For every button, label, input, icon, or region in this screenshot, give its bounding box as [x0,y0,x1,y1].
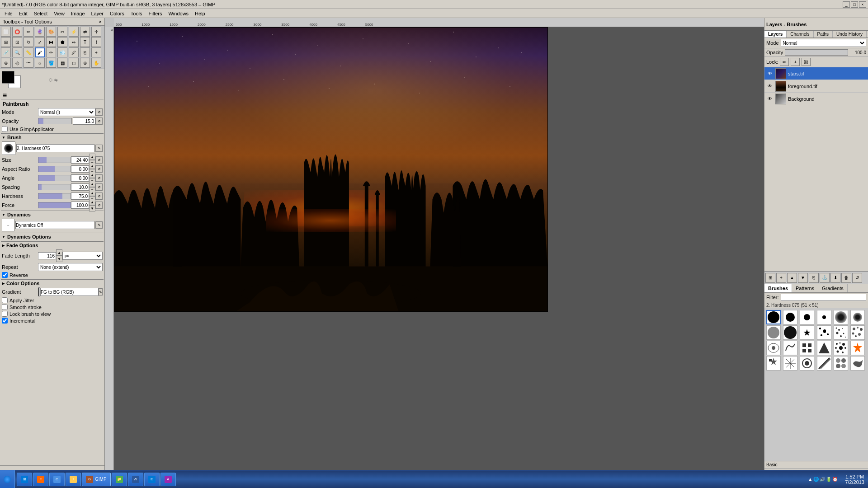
angle-slider[interactable] [38,175,71,181]
taskbar-app-word[interactable]: W [128,473,143,486]
tool-ink[interactable]: 🖊 [69,47,79,57]
brush-scatter3[interactable] [850,325,865,340]
force-slider[interactable] [38,202,71,208]
menu-image[interactable]: Image [68,10,88,17]
brush-hard-md[interactable] [783,310,797,324]
anchor-layer-btn[interactable]: ⚓ [820,273,830,283]
brush-scatter15[interactable] [850,356,865,371]
tab-brushes[interactable]: Brushes [764,284,792,292]
tool-options-close[interactable]: — [98,94,102,98]
fade-down[interactable]: ▼ [56,256,62,262]
taskbar-app-windows[interactable]: ⊞ [17,473,32,486]
tool-select-by-color[interactable]: 🎨 [46,27,56,37]
brush-scatter7[interactable] [817,341,831,355]
taskbar-app-explorer2[interactable]: E [144,473,160,486]
spacing-reset[interactable]: ↺ [95,183,103,191]
tool-pencil[interactable]: ✏ [46,47,56,57]
tool-perspective[interactable]: ⬟ [57,37,67,47]
tool-eraser[interactable]: ◻ [69,58,79,68]
taskbar-app-explorer1[interactable]: 📁 [112,473,127,486]
tool-color-picker[interactable]: 💉 [1,47,11,57]
lock-brush-checkbox[interactable] [2,311,8,317]
new-layer-group-btn[interactable]: ⊞ [765,273,775,283]
brush-filter-input[interactable] [781,294,867,301]
force-down[interactable]: ▼ [89,205,95,211]
aspect-reset[interactable]: ↺ [95,165,103,173]
repeat-select[interactable]: None (extend) [38,263,103,271]
force-input[interactable] [71,202,89,209]
taskbar-app-gimp[interactable]: G GIMP [82,473,111,486]
spacing-slider[interactable] [38,184,71,190]
tool-paths[interactable]: ⇌ [80,27,90,37]
brush-preview[interactable] [2,141,15,155]
tool-warp[interactable]: ⌇ [91,37,101,47]
tool-foreground-select[interactable]: ⚡ [69,27,79,37]
brush-hard-lg[interactable] [766,310,781,324]
tool-move[interactable]: ✛ [91,27,101,37]
tool-bucket-fill[interactable]: 🪣 [46,58,56,68]
layer-eye-foreground[interactable]: 👁 [766,83,774,90]
layer-opacity-slider[interactable] [785,49,848,56]
tool-rotate[interactable]: ↻ [24,37,33,47]
taskbar-app-app1[interactable]: A [160,473,176,486]
opacity-input[interactable] [73,117,95,125]
spacing-input[interactable] [71,183,89,191]
apply-jitter-checkbox[interactable] [2,297,8,303]
layer-item-foreground[interactable]: 👁 foreground.tif [764,80,868,93]
raise-layer-btn[interactable]: ▲ [787,273,797,283]
tab-channels[interactable]: Channels [787,31,813,38]
brush-scatter10[interactable] [766,356,781,371]
tab-undo-history[interactable]: Undo History [833,31,867,38]
size-input[interactable] [71,156,89,164]
tool-smudge[interactable]: 〜 [24,58,33,68]
gradient-edit[interactable]: ✎ [99,288,103,296]
tool-dodge-burn[interactable]: ☼ [35,58,45,68]
reverse-checkbox[interactable] [2,272,8,278]
tool-fuzzy-select[interactable]: 🔮 [35,27,45,37]
brush-soft-md[interactable] [850,310,865,324]
fade-length-input[interactable] [38,252,56,259]
maximize-button[interactable]: □ [851,1,858,8]
brush-scatter5[interactable] [783,341,797,355]
toolbox-close-icon[interactable]: × [99,19,102,24]
color-swap-icon[interactable]: ⇆ [54,78,58,82]
opacity-slider[interactable] [38,118,72,124]
tool-hand[interactable]: ✋ [91,58,101,68]
size-reset[interactable]: ↺ [95,156,103,164]
force-reset[interactable]: ↺ [95,202,103,209]
taskbar-app-itunes[interactable]: ♪ [66,473,81,486]
size-up[interactable]: ▲ [89,154,95,160]
brush-hard-xs[interactable] [817,310,831,324]
brush-star[interactable]: ★ [800,325,814,340]
start-button[interactable] [0,470,15,488]
tool-ellipse-select[interactable]: ⭕ [12,27,22,37]
foreground-color[interactable] [2,71,14,84]
menu-view[interactable]: View [51,10,67,17]
brush-edit-btn[interactable]: ✎ [95,145,103,152]
gradient-input[interactable] [40,288,99,296]
menu-edit[interactable]: Edit [16,10,30,17]
angle-up[interactable]: ▲ [89,172,95,178]
menu-colors[interactable]: Colors [107,10,127,17]
hardness-up[interactable]: ▲ [89,190,95,196]
mode-select[interactable]: Normal (l) [38,108,95,116]
tool-paintbrush[interactable]: 🖌 [35,47,45,57]
brush-name-input[interactable] [16,144,94,152]
layer-item-stars[interactable]: 👁 stars.tif [764,67,868,80]
brush-hard-sm[interactable] [800,310,814,324]
brush-scatter1[interactable] [817,325,831,340]
tool-measure[interactable]: 📏 [24,47,33,57]
minimize-button[interactable]: _ [843,1,850,8]
new-layer-btn[interactable]: + [776,273,786,283]
dynamics-edit[interactable]: ✎ [95,221,103,229]
force-up[interactable]: ▲ [89,199,95,205]
spacing-up[interactable]: ▲ [89,181,95,187]
tool-shear[interactable]: ⧓ [46,37,56,47]
angle-reset[interactable]: ↺ [95,174,103,182]
tool-scissors[interactable]: ✂ [57,27,67,37]
taskbar-app-firefox[interactable]: F [33,473,48,486]
tool-flip[interactable]: ⇔ [69,37,79,47]
tool-scale[interactable]: ⤢ [35,37,45,47]
layer-item-background[interactable]: 👁 Background [764,93,868,105]
tool-blend[interactable]: ▦ [57,58,67,68]
